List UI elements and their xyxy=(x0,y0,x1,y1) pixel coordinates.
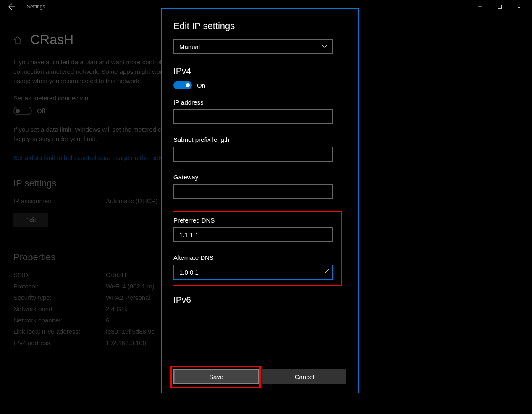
dialog-scrollbar[interactable] xyxy=(346,21,346,344)
clear-input-button[interactable] xyxy=(325,268,329,275)
minimize-button[interactable] xyxy=(471,0,490,13)
gateway-input[interactable] xyxy=(173,184,333,199)
prop-value: 6 xyxy=(106,317,109,324)
dialog-title: Edit IP settings xyxy=(173,21,340,31)
close-icon xyxy=(517,5,521,9)
prop-key: Network band: xyxy=(13,305,106,312)
cancel-button[interactable]: Cancel xyxy=(262,369,346,384)
maximize-icon xyxy=(498,5,502,9)
ip-address-label: IP address xyxy=(173,99,340,106)
window-title: Settings xyxy=(27,4,45,10)
chevron-down-icon xyxy=(322,45,327,48)
back-button[interactable] xyxy=(3,0,20,13)
prop-value: 2.4 GHz xyxy=(106,305,129,312)
metered-toggle[interactable] xyxy=(13,107,32,115)
svg-rect-0 xyxy=(498,5,502,9)
home-icon xyxy=(13,36,22,44)
alternate-dns-input[interactable] xyxy=(173,265,333,280)
close-icon xyxy=(325,269,329,273)
subnet-label: Subnet prefix length xyxy=(173,136,340,143)
alternate-dns-label: Alternate DNS xyxy=(173,254,336,261)
prop-value: 192.168.0.108 xyxy=(106,339,146,346)
prop-key: Network channel: xyxy=(13,317,106,324)
ip-address-input[interactable] xyxy=(173,109,333,124)
maximize-button[interactable] xyxy=(490,0,509,13)
preferred-dns-label: Preferred DNS xyxy=(173,217,336,224)
ipv4-heading: IPv4 xyxy=(173,66,340,76)
ip-assignment-value: Automatic (DHCP) xyxy=(106,197,157,204)
close-button[interactable] xyxy=(509,0,529,13)
prop-key: Protocol: xyxy=(13,283,106,290)
subnet-input[interactable] xyxy=(173,147,333,162)
edit-ip-button[interactable]: Edit xyxy=(13,213,48,227)
page-title: CRasH xyxy=(30,32,73,47)
edit-ip-dialog: Edit IP settings Manual IPv4 On IP addre… xyxy=(161,8,359,393)
metered-toggle-state: Off xyxy=(37,107,45,114)
save-button[interactable]: Save xyxy=(173,369,259,384)
gateway-label: Gateway xyxy=(173,173,340,181)
save-button-label: Save xyxy=(174,370,258,383)
arrow-left-icon xyxy=(8,3,15,10)
ipv4-toggle[interactable] xyxy=(173,81,192,89)
ip-mode-select[interactable]: Manual xyxy=(173,39,333,54)
ipv6-heading: IPv6 xyxy=(173,295,340,305)
ipv4-toggle-state: On xyxy=(197,82,205,89)
prop-key: Security type: xyxy=(13,294,106,301)
ip-mode-value: Manual xyxy=(179,43,200,50)
minimize-icon xyxy=(478,5,482,9)
prop-key: Link-local IPv6 address: xyxy=(13,328,106,335)
prop-key: IPv4 address: xyxy=(13,339,106,346)
prop-key: SSID: xyxy=(13,271,106,278)
dns-highlight: Preferred DNS Alternate DNS xyxy=(173,211,342,286)
ip-assignment-label: IP assignment: xyxy=(13,197,106,204)
prop-value: Wi-Fi 4 (802.11n) xyxy=(106,283,155,290)
prop-value: fe80::19f:5d88:9c xyxy=(106,328,155,335)
preferred-dns-input[interactable] xyxy=(173,227,333,242)
prop-value: CRasH xyxy=(106,271,126,278)
prop-value: WPA2-Personal xyxy=(106,294,150,301)
